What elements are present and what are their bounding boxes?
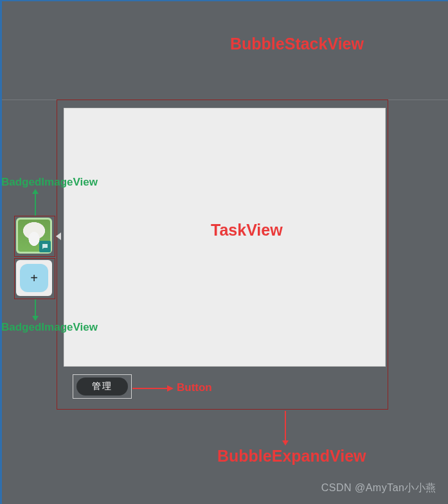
manage-button[interactable]: 管理 [76,378,128,395]
label-task-view: TaskView [211,221,283,239]
label-bubble-stack-view: BubbleStackView [230,35,364,53]
watermark-text: CSDN @AmyTan小小燕 [321,482,436,495]
window-top-border [0,0,448,1]
arrow-badged-bottom [31,299,39,321]
label-badged-image-view-bottom: BadgedImageView [1,321,98,334]
window-left-border [0,0,2,504]
arrow-badged-top [31,189,39,216]
label-badged-image-view-top: BadgedImageView [1,176,98,189]
arrow-button [132,385,174,392]
caret-left-icon [56,232,61,240]
svg-marker-1 [32,189,39,194]
chat-badge-icon [39,241,51,252]
label-button: Button [177,381,212,394]
bubble-add[interactable]: + [16,260,52,296]
svg-marker-7 [282,440,289,446]
manage-button-frame: 管理 [73,374,132,399]
label-bubble-expand-view: BubbleExpandView [217,447,366,465]
bubble-avatar[interactable] [16,218,52,254]
svg-marker-3 [32,316,39,321]
plus-icon: + [20,264,48,292]
svg-marker-5 [167,385,174,392]
arrow-bubble-expand [282,411,289,446]
